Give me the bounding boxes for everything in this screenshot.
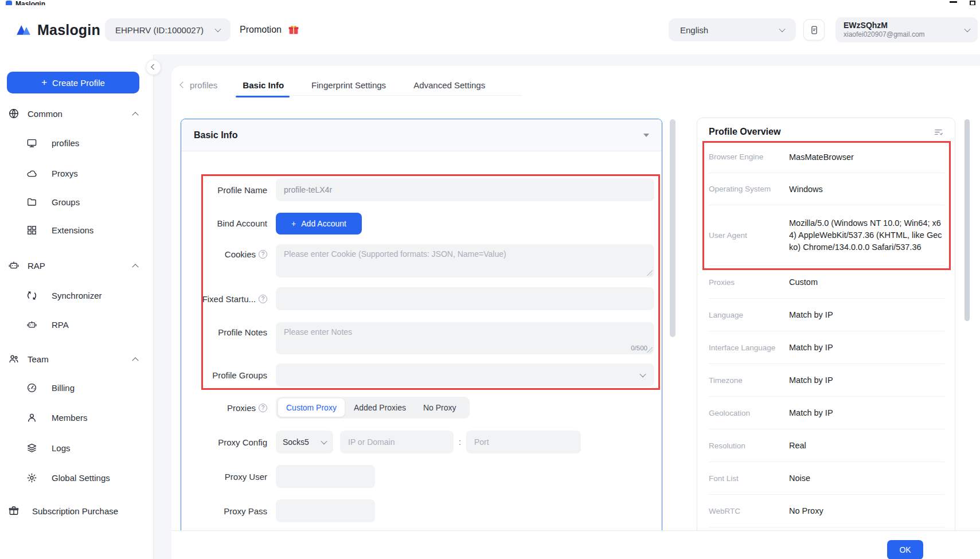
profile-name-input[interactable] (276, 178, 654, 201)
gear-icon (26, 472, 37, 483)
proxy-ip-input[interactable] (340, 431, 454, 454)
sidebar-collapse-button[interactable] (146, 60, 161, 75)
form-row-fixed-startup: Fixed Startu... ? (181, 287, 662, 310)
person-icon (26, 412, 37, 423)
workspace-dropdown[interactable]: EHPHRV (ID:1000027) (105, 18, 231, 41)
promotion-link[interactable]: Promotion (240, 24, 300, 36)
overview-rows: Browser Engine MasMateBrowser Operating … (709, 141, 944, 527)
account-dropdown[interactable]: EWzSQhzM xiaofei020907@gmail.com (835, 17, 978, 42)
profile-notes-textarea[interactable] (276, 322, 654, 354)
basic-info-card: Basic Info Profile Name Bind Account + A… (181, 119, 662, 536)
sidebar-item-label: Members (52, 413, 88, 423)
sidebar-section-rap[interactable]: RAP (0, 257, 154, 274)
layers-icon (26, 443, 37, 454)
cookies-textarea[interactable] (276, 244, 654, 277)
proxy-user-input[interactable] (276, 465, 375, 488)
overview-value: Custom (789, 277, 818, 287)
proxy-pass-input[interactable] (276, 499, 375, 522)
gift-basket-icon (8, 505, 19, 517)
sidebar-item-global-settings[interactable]: Global Settings (0, 469, 154, 486)
minimize-icon[interactable] (950, 1, 957, 3)
field-label: Fixed Startu... ? (181, 294, 267, 304)
proxies-label: Proxies (227, 403, 256, 413)
docs-button[interactable] (803, 19, 825, 41)
breadcrumb-back[interactable]: profiles (181, 80, 217, 90)
overview-title: Profile Overview (709, 122, 934, 137)
help-icon[interactable]: ? (259, 250, 267, 259)
resize-handle[interactable] (647, 347, 653, 353)
overview-value: Noise (789, 474, 810, 483)
sidebar-item-extensions[interactable]: Extensions (0, 221, 154, 239)
overview-value: Match by IP (789, 310, 833, 319)
proxy-protocol-value: Socks5 (283, 437, 317, 447)
form-row-proxy-user: Proxy User (181, 465, 662, 488)
language-dropdown[interactable]: English (669, 18, 796, 41)
resize-handle[interactable] (647, 270, 653, 276)
sidebar-item-label: Subscription Purchase (32, 506, 118, 516)
sidebar-item-synchronizer[interactable]: Synchronizer (0, 287, 154, 304)
help-icon[interactable]: ? (259, 295, 267, 303)
form-row-proxies: Proxies ? Custom Proxy Added Proxies No … (181, 397, 662, 419)
overview-row-geolocation: Geolocation Match by IP (709, 397, 944, 429)
ip-port-separator: : (459, 437, 461, 447)
tab-basic-info[interactable]: Basic Info (243, 80, 284, 90)
profile-overview-panel: Profile Overview Browser Engine MasMateB… (697, 118, 955, 536)
create-profile-label: Create Profile (52, 78, 105, 88)
create-profile-button[interactable]: + Create Profile (7, 72, 139, 93)
overview-value: Match by IP (789, 376, 833, 385)
form-row-profile-notes: Profile Notes 0/500 (181, 322, 662, 354)
sidebar: + Create Profile Common profiles Proxys (0, 54, 154, 559)
profile-groups-select[interactable] (276, 363, 654, 386)
maximize-icon[interactable] (970, 1, 975, 5)
proxy-tab-custom-proxy[interactable]: Custom Proxy (278, 398, 345, 417)
sidebar-item-label: Billing (52, 383, 75, 393)
team-icon (8, 353, 19, 365)
chevron-left-icon (179, 81, 186, 88)
overview-label: Timezone (709, 376, 789, 385)
overview-value: Windows (789, 185, 823, 194)
chevron-down-icon (639, 371, 646, 377)
fixed-startup-input[interactable] (276, 287, 654, 310)
overview-row-language: Language Match by IP (709, 299, 944, 331)
sidebar-item-members[interactable]: Members (0, 409, 154, 426)
sidebar-item-logs[interactable]: Logs (0, 439, 154, 456)
proxy-tab-no-proxy[interactable]: No Proxy (415, 398, 464, 417)
sidebar-section-team[interactable]: Team (0, 350, 154, 368)
notes-char-counter: 0/500 (631, 345, 647, 351)
page-scrollbar[interactable] (965, 119, 970, 321)
field-label: Profile Groups (181, 370, 267, 380)
sidebar-item-rpa[interactable]: RPA (0, 316, 154, 333)
sidebar-item-proxys[interactable]: Proxys (0, 165, 154, 182)
card-title: Basic Info (194, 130, 643, 140)
ok-button[interactable]: OK (887, 540, 923, 559)
sidebar-item-groups[interactable]: Groups (0, 193, 154, 210)
proxy-port-input[interactable] (466, 431, 581, 454)
chevron-left-icon (151, 64, 157, 70)
add-account-label: Add Account (301, 219, 346, 228)
overview-row-interface-language: Interface Language Match by IP (709, 331, 944, 364)
overview-row-webrtc: WebRTC No Proxy (709, 495, 944, 527)
field-label: Cookies ? (181, 249, 267, 259)
sidebar-item-billing[interactable]: Billing (0, 379, 154, 396)
overview-value: Match by IP (789, 408, 833, 417)
proxy-tab-added-proxies[interactable]: Added Proxies (346, 398, 414, 417)
tab-advanced-settings[interactable]: Advanced Settings (413, 80, 485, 90)
plus-icon: + (291, 219, 296, 228)
overview-settings-icon[interactable] (934, 123, 943, 137)
fixed-startup-label: Fixed Startu... (202, 294, 256, 304)
sidebar-item-label: Logs (52, 443, 71, 453)
basic-info-card-header[interactable]: Basic Info (181, 119, 662, 151)
add-account-button[interactable]: + Add Account (276, 213, 362, 234)
overview-value: Mozilla/5.0 (Windows NT 10.0; Win64; x64… (789, 217, 944, 253)
sidebar-item-profiles[interactable]: profiles (0, 134, 154, 151)
sidebar-section-common[interactable]: Common (0, 105, 154, 122)
tab-fingerprint-settings[interactable]: Fingerprint Settings (311, 80, 386, 90)
tabbar: profiles Basic Info Fingerprint Settings… (181, 73, 513, 96)
proxy-protocol-select[interactable]: Socks5 (276, 431, 333, 454)
sidebar-section-label: RAP (28, 261, 45, 271)
monitor-icon (26, 138, 37, 148)
collapse-caret-icon[interactable] (643, 134, 649, 137)
help-icon[interactable]: ? (259, 404, 267, 412)
form-scrollbar[interactable] (670, 119, 676, 337)
sidebar-item-subscription-purchase[interactable]: Subscription Purchase (0, 502, 154, 519)
